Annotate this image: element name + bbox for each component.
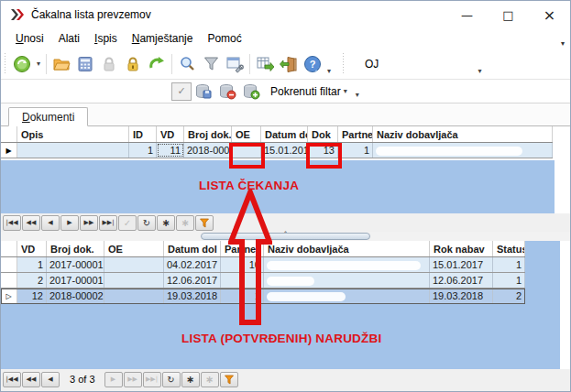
grid2-col-broj-dok[interactable]: Broj dok. [47,241,104,256]
grid2-cell-rok[interactable]: 12.06.2017 [430,273,493,288]
apply-check-button[interactable]: ✓ [171,82,192,101]
nav-next-button[interactable]: ▶ [60,215,79,231]
grid2-cell-vd[interactable]: 1 [17,257,47,272]
maximize-button[interactable]: □ [488,1,529,28]
grid2-col-vd[interactable]: VD [17,241,47,256]
add-filter-button[interactable] [239,80,263,103]
grid2-cell-datum[interactable]: 04.02.2017 [164,257,221,272]
grid2-cell-naziv[interactable] [264,257,430,272]
grid2-cell-broj-dok[interactable]: 2018-00002 [47,289,104,303]
nav-prev-button[interactable]: ◀ [41,215,60,231]
grid1-col-opis[interactable]: Opis [17,126,129,142]
nav-prev-page-button[interactable]: ◀◀ [22,215,40,231]
menu-namjestanje[interactable]: Namještanje [125,30,201,47]
grid2-cell-vd[interactable]: 12 [17,289,47,303]
grid1-col-oe[interactable]: OE [232,126,261,142]
grid2-cell-broj-dok[interactable]: 2017-00001 [47,273,104,288]
nav-prev-page-button[interactable]: ◀◀ [22,372,40,387]
toolbar2-overflow-icon[interactable]: ▾ [356,91,359,99]
tab-dokumenti[interactable]: Dokumenti [8,107,88,126]
oj-dropdown-icon[interactable]: ▾ [478,67,481,75]
grid2-cell-oe[interactable] [104,289,164,303]
lock-button[interactable] [121,52,145,76]
menu-ispis[interactable]: Ispis [87,30,125,47]
app-logo-icon [9,7,24,22]
grid1-col-dok[interactable]: Dok [308,126,338,142]
grid1-col-id[interactable]: ID [129,126,157,142]
nav-last-button[interactable]: ▶▶| [99,215,117,231]
toolbar-grip[interactable] [3,53,7,75]
menu-pomoc[interactable]: Pomoć [200,30,248,47]
minimize-button[interactable]: — [446,1,488,28]
splitter-handle[interactable]: ˆ [201,233,370,240]
grid1-cell-id[interactable]: 1 [129,143,157,158]
grid2-cell-status[interactable]: 1 [493,257,525,272]
search-button[interactable] [175,52,199,76]
grid1-cell-datum[interactable]: 15.01.2018 [261,143,308,158]
menu-alati[interactable]: Alati [51,30,87,47]
nav-prev-button[interactable]: ◀ [41,372,60,387]
grid1-col-datum[interactable]: Datum dol [261,126,308,142]
grid2-col-rok[interactable]: Rok nabav [430,241,493,256]
filter-funnel-icon [200,218,209,228]
calculator-button[interactable] [73,52,97,76]
grid2-col-datum[interactable]: Datum dol [164,241,221,256]
grid1-cell-partner[interactable]: 1 [338,143,373,158]
run-filter-button[interactable]: Pokrenuti filtar [270,85,341,98]
grid2-col-status[interactable]: Status [493,241,525,256]
grid1-col-naziv[interactable]: Naziv dobavljača [373,126,553,142]
refresh-data-button[interactable] [10,52,34,76]
grid1-cell-opis[interactable] [17,143,129,158]
filter-button[interactable] [199,52,223,76]
nav-first-button[interactable]: |◀◀ [3,372,21,387]
nav-insert-button[interactable]: ∗ [157,215,175,231]
grid2-cell-status[interactable]: 1 [493,273,525,288]
grid2-cell-status[interactable]: 2 [493,289,525,303]
oj-combo-label[interactable]: OJ [365,58,379,71]
grid2-col-naziv[interactable]: Naziv dobavljača [264,241,430,256]
nav-filter-button[interactable] [195,215,214,231]
nav-refresh-button[interactable]: ↻ [137,215,156,231]
nav-filter-button[interactable] [220,372,238,387]
nav-first-button[interactable]: |◀◀ [3,215,21,231]
grid2-cell-naziv[interactable] [264,289,430,303]
refresh-dropdown-icon[interactable]: ▾ [37,60,40,68]
grid2-cell-naziv[interactable] [264,273,430,288]
nav-last-button: ▶▶| [143,372,161,387]
toolbar-grip[interactable] [341,53,346,75]
grid2-cell-oe[interactable] [104,273,164,288]
grid2-col-oe[interactable]: OE [104,241,164,256]
help-dropdown-icon[interactable]: ▾ [327,67,331,75]
grid2-cell-broj-dok[interactable]: 2017-00001 [47,257,104,272]
run-filter-dropdown-icon[interactable]: ▾ [344,87,347,95]
exit-button[interactable] [277,52,301,76]
nav-post-button: ✓ [118,215,137,231]
save-filter-button[interactable] [192,80,215,103]
grid2-cell-rok[interactable]: 19.03.2018 [430,289,493,303]
grid1-cell-broj-dok[interactable]: 2018-00001 [184,143,232,158]
grid1-col-vd[interactable]: VD [157,126,184,142]
grid1-col-broj-dok[interactable]: Broj dok. [184,126,232,142]
nav-next-page-button[interactable]: ▶▶ [80,215,98,231]
grid1-cell-vd[interactable]: 11 [157,143,184,158]
remove-filter-button[interactable] [215,80,239,103]
close-button[interactable]: × [529,1,570,28]
nav-refresh-button[interactable]: ↻ [162,372,181,387]
help-button[interactable]: ? [301,52,324,76]
options-button[interactable] [223,52,247,76]
grid1-cell-naziv[interactable] [373,143,553,158]
export-button[interactable] [253,52,277,76]
menu-unosi[interactable]: Unosi [8,30,51,47]
grid2-cell-rok[interactable]: 15.01.2017 [430,257,493,272]
grid2-cell-oe[interactable] [104,257,164,272]
grid1-col-partner[interactable]: Partner [338,126,373,142]
grid2-cell-vd[interactable]: 2 [17,273,47,288]
menu-overflow-icon[interactable]: ▾ [561,39,565,48]
grid2-cell-datum[interactable]: 12.06.2017 [164,273,221,288]
nav-insert-button[interactable]: ∗ [181,372,200,387]
grid2-cell-datum[interactable]: 19.03.2018 [164,289,221,303]
open-button[interactable] [49,52,73,76]
grid1-row-1[interactable]: ▶ 1 11 2018-00001 15.01.2018 13 1 [1,143,553,158]
window-wrench-icon [225,55,244,73]
redo-button[interactable] [145,52,169,76]
